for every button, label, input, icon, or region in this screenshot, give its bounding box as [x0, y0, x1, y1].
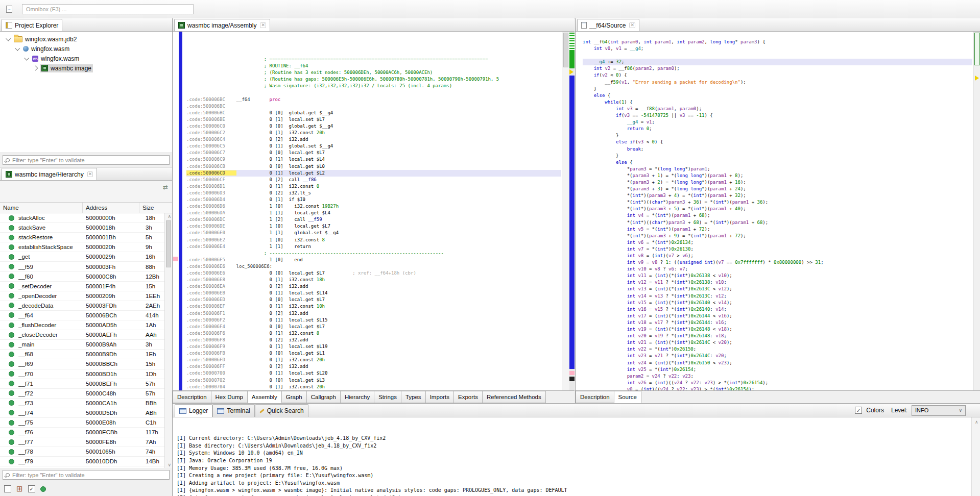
view-tab-referenced-methods[interactable]: Referenced Methods	[483, 391, 546, 403]
table-row[interactable]: _openDecoder50000209h1EEh	[0, 291, 172, 301]
table-row[interactable]: _main50000B9Ah3h	[0, 340, 172, 350]
assembly-scrollbar[interactable]	[562, 32, 569, 390]
source-overview-ruler[interactable]	[973, 32, 980, 390]
src-line[interactable]: int v2 = __f86(param2, param0);	[583, 65, 972, 72]
sync-with-editor-icon[interactable]: ⇄	[163, 184, 168, 191]
asm-line[interactable]: .code:500006F4 0 [0] local.get $L7	[186, 324, 561, 330]
scrollbar-thumb[interactable]	[166, 220, 171, 267]
view-tab-graph[interactable]: Graph	[282, 391, 307, 403]
asm-line[interactable]: .code:500006F9 0 [1] local.set $L19	[186, 343, 561, 350]
close-icon[interactable]: ✕	[87, 171, 93, 177]
ruler-thumb[interactable]	[974, 33, 980, 65]
src-line[interactable]: int v0, v1 = __g4;	[583, 45, 972, 52]
table-row[interactable]: __f7750000FE8h7Ah	[0, 437, 172, 447]
asm-line[interactable]: .code:500006CF 0 [2] call __f86	[186, 177, 561, 183]
src-line[interactable]: }	[583, 132, 972, 139]
src-line[interactable]: }	[583, 153, 972, 159]
table-row[interactable]: __f6850000B9Dh1Eh	[0, 350, 172, 359]
asm-line[interactable]: .code:500006BC 0 [0] global.get $__g4	[186, 110, 561, 116]
src-line[interactable]: int v26 = (int)((v24 ? v22: v23) > *(int…	[583, 380, 972, 386]
src-line[interactable]: while(1) {	[583, 99, 972, 106]
asm-line[interactable]: .code:500006BE 0 [1] local.set $L7	[186, 116, 561, 123]
src-line[interactable]: *(int*)(param3 + 5) = *(int*)(param1 + 4…	[583, 206, 972, 212]
src-line[interactable]: *(int*)(param3 + 4) = *(int*)(param1 + 3…	[583, 192, 972, 199]
table-row[interactable]: _get50000029h16h	[0, 252, 172, 262]
src-line[interactable]: int v7 = *(int*)0x26130;	[583, 246, 972, 253]
scroll-up-icon[interactable]: ∧	[168, 214, 171, 219]
src-line[interactable]: int v25 = *(int*)0x26154;	[583, 366, 972, 373]
asm-line[interactable]: .code:500006D1 0 [1] i32.const 0	[186, 183, 561, 190]
asm-line[interactable]: ; ROUTINE: __f64	[186, 63, 561, 69]
src-line[interactable]: int v21 = (int)(*(int*)0x2614C < v20);	[583, 339, 972, 346]
filter-checked-checkbox[interactable]: ✓	[28, 485, 35, 492]
column-header-address[interactable]: Address	[83, 203, 139, 213]
asm-line[interactable]: .code:50000702 0 [0] local.get $L3	[186, 377, 561, 384]
asm-line[interactable]: .code:500006E4 1 [1] return	[186, 243, 561, 250]
src-line[interactable]: int v3 = __f88(param1, param0);	[583, 106, 972, 112]
src-line[interactable]: int v8 = (int)(v7 > v6);	[583, 253, 972, 259]
table-row[interactable]: __f595000003Fh88h	[0, 262, 172, 271]
filter-unchecked-checkbox[interactable]	[4, 485, 11, 492]
table-row[interactable]: __f7450000D5DhABh	[0, 408, 172, 418]
src-line[interactable]: int v18 = v17 ? *(int*)0x26144: v16;	[583, 319, 972, 326]
asm-line[interactable]: .code:500006DA 1 [1] local.get $L4	[186, 210, 561, 216]
asm-line[interactable]: ; --------------------------------------…	[186, 250, 561, 257]
table-row[interactable]: stackAlloc50000000h18h	[0, 213, 172, 223]
asm-line[interactable]: .code:500006F1 0 [2] i32.add	[186, 310, 561, 317]
assembly-editor[interactable]: ; ======================================…	[173, 32, 575, 391]
tree-item-wingfox-wasm[interactable]: wingfox.wasm	[0, 44, 172, 54]
assembly-overview-ruler[interactable]	[569, 32, 575, 390]
asm-line[interactable]: .code:500006C7 0 [0] local.get $L7	[186, 150, 561, 156]
src-line[interactable]: *(param3 + 2) = *(long long*)(param1 + 1…	[583, 179, 972, 186]
table-row[interactable]: _closeDecoder50000AEFhAAh	[0, 330, 172, 340]
src-line[interactable]: int v11 = (int)(*(int*)0x26138 < v10);	[583, 272, 972, 279]
view-tab-hex-dump[interactable]: Hex Dump	[211, 391, 248, 403]
asm-line[interactable]: .code:500006D6 1 [0] i32.const 19B27h	[186, 203, 561, 210]
close-icon[interactable]: ✕	[260, 22, 266, 28]
asm-line[interactable]: .code:500006F2 0 [1] local.set $L15	[186, 317, 561, 324]
src-line[interactable]: __g4 += 32;	[583, 59, 972, 65]
src-line[interactable]: *(param3 + 1) = *(long long*)(param1 + 8…	[583, 172, 972, 179]
src-line[interactable]: *(param3 + 3) = *(long long*)(param1 + 2…	[583, 186, 972, 192]
tree-item-wasmbc-image[interactable]: wasmbc image	[0, 63, 172, 73]
asm-line[interactable]: .code:500006BC	[186, 103, 561, 110]
src-line[interactable]: int v15 = (int)(*(int*)0x26140 < v14);	[583, 300, 972, 306]
scroll-up-icon[interactable]: ∧	[975, 418, 978, 426]
src-line[interactable]: else {	[583, 92, 972, 99]
src-line[interactable]: if(v3 == -541478725 || v3 == -11) {	[583, 112, 972, 119]
table-row[interactable]: __f7550000E08hC1h	[0, 418, 172, 428]
table-row[interactable]: _setDecoder500001F4h15h	[0, 282, 172, 291]
table-row[interactable]: __f7150000BEFh57h	[0, 379, 172, 389]
asm-line[interactable]: .code:500006C5 0 [1] global.set $__g4	[186, 143, 561, 150]
asm-line[interactable]: .code:500006CB 0 [0] local.get $L0	[186, 163, 561, 170]
asm-line[interactable]: .code:500006C4 0 [2] i32.add	[186, 136, 561, 143]
asm-line[interactable]: .code:500006F6 0 [1] i32.const 8	[186, 330, 561, 337]
memory-grid-icon[interactable]: ⊞	[16, 486, 23, 492]
omnibox-input[interactable]: Omnibox (F3) ...	[22, 4, 194, 14]
view-tab-source[interactable]: Source	[614, 391, 641, 403]
table-row[interactable]: stackRestore5000001Bh5h	[0, 233, 172, 242]
table-row[interactable]: _flushDecoder50000AD5h1Ah	[0, 320, 172, 330]
table-row[interactable]: _decodeData500003FDh2AEh	[0, 301, 172, 311]
src-line[interactable]: return 0;	[583, 126, 972, 132]
view-tab-description[interactable]: Description	[576, 391, 614, 403]
view-tab-exports[interactable]: Exports	[454, 391, 483, 403]
tab-hierarchy[interactable]: wasmbc image/Hierarchy ✕	[2, 168, 97, 180]
asm-line[interactable]: .code:500006FD 0 [1] i32.const 20h	[186, 357, 561, 363]
asm-line[interactable]: .code:500006BC __f64 proc	[186, 96, 561, 103]
asm-line[interactable]: .code:500006EB 0 [1] local.set $L14	[186, 290, 561, 296]
src-line[interactable]: else {	[583, 159, 972, 166]
asm-line[interactable]: .code:500006CD 0 [1] local.get $L2	[186, 170, 561, 177]
src-line[interactable]: int v13 = (int)(*(int*)0x2613C < v12);	[583, 286, 972, 292]
scroll-down-icon[interactable]: ∨	[168, 462, 171, 467]
chevron-right-icon[interactable]	[33, 66, 38, 71]
tab-terminal[interactable]: Terminal	[212, 404, 254, 417]
asm-line[interactable]: ; ======================================…	[186, 56, 561, 63]
view-tab-callgraph[interactable]: Callgraph	[307, 391, 341, 403]
logger-scrollbar[interactable]: ∧	[971, 417, 980, 496]
tree-item-wingfox-wasm[interactable]: WAwingfox.wasm	[0, 54, 172, 63]
rename-pencil-icon[interactable]: ✎	[3, 0, 15, 4]
asm-line[interactable]: .code:500006FF 0 [2] i32.add	[186, 363, 561, 370]
view-tab-strings[interactable]: Strings	[374, 391, 401, 403]
src-line[interactable]: }	[583, 86, 972, 92]
